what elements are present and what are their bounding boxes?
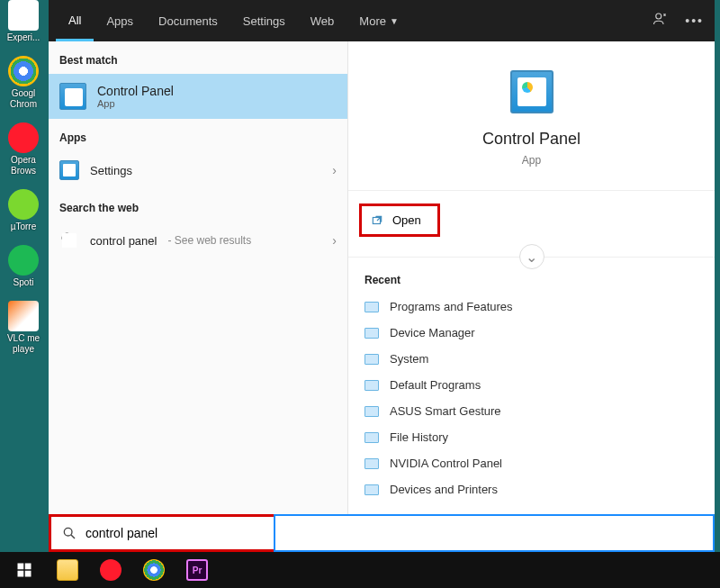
recent-item[interactable]: ASUS Smart Gesture [359, 398, 704, 424]
desktop-shortcut[interactable]: Experi... [2, 0, 45, 43]
desktop-shortcut[interactable]: Opera Brows [2, 122, 45, 176]
svg-point-4 [64, 528, 72, 536]
svg-line-5 [71, 535, 75, 538]
windows-icon [16, 562, 32, 578]
control-panel-icon [59, 83, 86, 110]
search-box[interactable] [49, 514, 274, 552]
svg-rect-6 [18, 564, 24, 570]
taskbar-explorer[interactable] [47, 552, 88, 588]
web-hint: - See web results [167, 234, 251, 247]
settings-icon [59, 160, 79, 180]
panel-item-icon [364, 302, 379, 312]
search-scope-tabs: All Apps Documents Settings Web More ▼ •… [49, 0, 715, 41]
control-panel-icon [510, 70, 554, 113]
search-web-header: Search the web [49, 189, 347, 222]
chevron-right-icon: › [332, 163, 337, 177]
result-settings[interactable]: Settings › [49, 151, 347, 189]
panel-item-icon [364, 432, 379, 443]
desktop-shortcut[interactable]: Spoti [2, 245, 45, 288]
taskbar-chrome[interactable] [133, 552, 175, 588]
svg-point-0 [656, 14, 662, 19]
search-icon [59, 231, 79, 250]
svg-rect-7 [25, 564, 32, 570]
preview-actions: Open ⌄ [348, 191, 715, 258]
taskbar: Pr [0, 552, 720, 588]
result-web-search[interactable]: control panel - See web results › [49, 222, 347, 259]
start-button[interactable] [4, 552, 45, 588]
recent-item[interactable]: Default Programs [359, 372, 704, 398]
search-flyout: All Apps Documents Settings Web More ▼ •… [49, 0, 715, 552]
panel-item-icon [364, 380, 379, 391]
panel-item-icon [364, 354, 379, 365]
chevron-right-icon: › [332, 233, 337, 248]
panel-item-icon [364, 328, 379, 339]
ellipsis-icon[interactable]: ••• [685, 14, 704, 28]
result-subtitle: App [97, 98, 174, 109]
svg-point-1 [62, 233, 71, 242]
search-box-extension[interactable] [274, 514, 715, 552]
search-input[interactable] [86, 526, 274, 540]
recent-item[interactable]: Devices and Printers [359, 476, 704, 502]
recent-item[interactable]: Programs and Features [359, 294, 704, 320]
recent-list: Programs and Features Device Manager Sys… [348, 294, 715, 502]
tab-all[interactable]: All [56, 1, 94, 41]
results-column: Best match Control Panel App Apps Settin… [49, 41, 347, 552]
recent-item[interactable]: System [359, 346, 704, 372]
tab-more[interactable]: More ▼ [346, 2, 411, 40]
panel-item-icon [364, 458, 379, 469]
panel-item-icon [364, 484, 379, 495]
best-match-header: Best match [49, 41, 347, 74]
result-title: Control Panel [97, 84, 174, 98]
apps-header: Apps [49, 119, 347, 151]
preview-column: Control Panel App Open ⌄ Recent Programs… [347, 41, 715, 552]
open-button[interactable]: Open [359, 204, 440, 237]
tab-apps[interactable]: Apps [94, 2, 146, 40]
chevron-down-icon: ⌄ [526, 249, 537, 266]
svg-rect-9 [25, 571, 32, 577]
recent-item[interactable]: File History [359, 424, 704, 450]
web-query-text: control panel [90, 234, 157, 248]
tab-web[interactable]: Web [298, 2, 347, 40]
svg-line-2 [71, 242, 75, 246]
desktop-shortcut[interactable]: µTorre [2, 189, 45, 232]
desktop-shortcut[interactable]: Googl Chrom [2, 56, 45, 110]
tab-documents[interactable]: Documents [146, 2, 230, 40]
open-label: Open [392, 213, 421, 227]
chevron-down-icon: ▼ [390, 16, 399, 26]
desktop: Experi... Googl Chrom Opera Brows µTorre… [0, 0, 49, 552]
preview-subtitle: App [359, 154, 704, 167]
taskbar-premiere[interactable]: Pr [176, 552, 218, 588]
panel-item-icon [364, 406, 379, 417]
search-icon [62, 526, 76, 540]
svg-rect-8 [18, 571, 24, 577]
recent-item[interactable]: Device Manager [359, 320, 704, 346]
desktop-shortcut[interactable]: VLC me playe [2, 301, 45, 355]
taskbar-opera[interactable] [90, 552, 131, 588]
preview-title: Control Panel [359, 130, 704, 149]
result-label: Settings [90, 164, 132, 177]
expand-chevron[interactable]: ⌄ [519, 244, 544, 269]
tab-settings[interactable]: Settings [230, 2, 298, 40]
result-best-match[interactable]: Control Panel App [49, 74, 347, 119]
preview-hero: Control Panel App [348, 41, 715, 191]
recent-item[interactable]: NVIDIA Control Panel [359, 450, 704, 476]
feedback-icon[interactable] [652, 11, 669, 31]
